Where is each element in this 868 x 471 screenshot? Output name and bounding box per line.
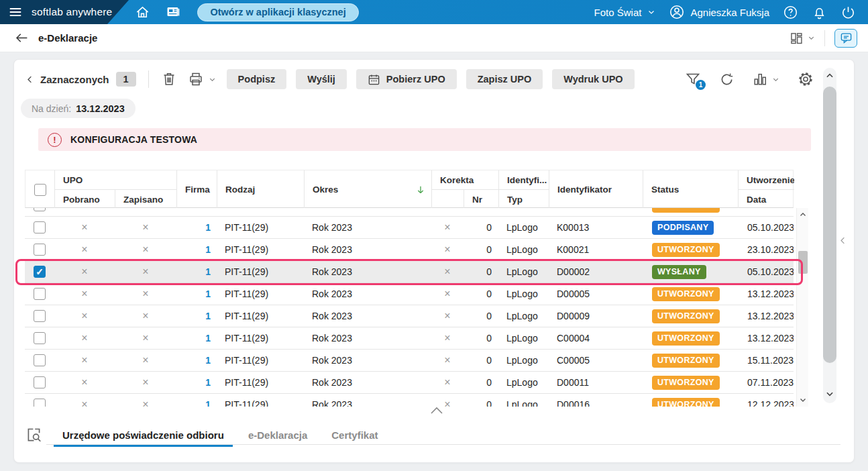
sort-descending-icon <box>415 185 426 195</box>
row-checkbox[interactable] <box>34 310 46 322</box>
firma-value[interactable]: 1 <box>176 311 217 321</box>
column-nr[interactable]: Nr <box>464 189 499 209</box>
column-status[interactable]: Status <box>643 170 739 209</box>
collapse-selection-chevron[interactable] <box>25 74 35 85</box>
firma-value[interactable]: 1 <box>176 222 217 233</box>
column-pobrano[interactable]: Pobrano <box>55 189 115 209</box>
firma-value[interactable]: 1 <box>176 266 217 277</box>
tab-certyfikat[interactable]: Certyfikat <box>323 423 386 447</box>
tab-e-deklaracja[interactable]: e-Deklaracja <box>239 423 316 447</box>
notifications-bell-icon[interactable] <box>812 5 827 20</box>
column-identyfi[interactable]: Identyfi... <box>499 170 549 189</box>
tab-urzedowe-poswiadczenie[interactable]: Urzędowe poświadczenie odbioru <box>54 423 233 447</box>
home-icon[interactable] <box>135 5 150 20</box>
help-icon[interactable] <box>783 5 798 20</box>
typ-value: LpLogo <box>498 377 549 388</box>
column-zapisano[interactable]: Zapisano <box>115 189 177 209</box>
typ-value: LpLogo <box>498 222 549 233</box>
page-scrollbar-thumb[interactable] <box>823 87 836 363</box>
column-korekta[interactable]: Korekta <box>432 170 499 189</box>
column-utworzenie[interactable]: Utworzenie <box>739 170 794 189</box>
korekta-nr-value: 0 <box>464 311 498 321</box>
filter-icon[interactable]: 1 <box>685 71 701 87</box>
selected-label: Zaznaczonych <box>40 74 109 85</box>
document-search-icon[interactable] <box>25 426 43 444</box>
wyslij-button[interactable]: Wyślij <box>296 69 347 89</box>
firma-value[interactable]: 1 <box>176 355 217 366</box>
scroll-up-icon[interactable] <box>797 209 809 220</box>
table-row[interactable]: × × 1 PIT-11(29) Rok 2023 × 0 LpLogo D00… <box>25 372 794 394</box>
table-row[interactable]: × × 1 PIT-11(29) Rok 2023 × 0 LpLogo D00… <box>25 261 794 283</box>
table-row[interactable]: × × 1 PIT-11(29) Rok 2023 × 0 LpLogo C00… <box>25 350 794 372</box>
typ-value: LpLogo <box>498 311 549 321</box>
table-row[interactable]: × × 1 PIT-11(29) Rok 2023 × 0 LpLogo D00… <box>25 394 794 407</box>
firma-value[interactable]: 1 <box>176 333 217 344</box>
table-scrollbar-thumb[interactable] <box>798 251 808 274</box>
power-icon[interactable] <box>840 5 856 20</box>
zapisz-upo-button[interactable]: Zapisz UPO <box>466 69 543 89</box>
column-rodzaj[interactable]: Rodzaj <box>217 170 305 209</box>
row-checkbox[interactable] <box>34 354 46 366</box>
table-row[interactable]: UTWORZONY <box>25 208 794 217</box>
select-all-checkbox[interactable] <box>34 184 46 196</box>
row-checkbox[interactable] <box>34 266 46 278</box>
scroll-up-icon[interactable] <box>823 70 836 81</box>
toolbar: Zaznaczonych 1 Podpisz Wyślij Pobierz UP… <box>25 68 823 91</box>
row-checkbox[interactable] <box>34 399 46 407</box>
korekta-mark: × <box>431 221 464 233</box>
data-utworzenia-value: 13.12.2023 <box>738 289 794 299</box>
firma-value[interactable]: 1 <box>176 399 217 407</box>
back-arrow-icon[interactable] <box>15 31 29 45</box>
row-checkbox[interactable] <box>34 332 46 344</box>
row-checkbox[interactable] <box>34 221 46 233</box>
column-data[interactable]: Data <box>739 189 794 209</box>
collapse-panel-chevron[interactable] <box>429 405 445 415</box>
scroll-down-icon[interactable] <box>823 388 836 399</box>
korekta-mark: × <box>431 354 464 366</box>
row-checkbox[interactable] <box>34 208 46 211</box>
open-classic-app-button[interactable]: Otwórz w aplikacji klasycznej <box>197 3 358 21</box>
chart-dropdown[interactable] <box>753 72 779 87</box>
table-row[interactable]: × × 1 PIT-11(29) Rok 2023 × 0 LpLogo K00… <box>25 239 794 261</box>
column-upo[interactable]: UPO <box>55 170 177 189</box>
column-typ[interactable]: Typ <box>499 189 549 209</box>
firma-value[interactable]: 1 <box>176 289 217 299</box>
hamburger-menu-icon[interactable] <box>8 5 23 19</box>
company-selector[interactable]: Foto Świat <box>594 7 656 18</box>
table-row[interactable]: × × 1 PIT-11(29) Rok 2023 × 0 LpLogo D00… <box>25 283 794 305</box>
side-panel-toggle-icon[interactable] <box>838 235 848 246</box>
bar-chart-icon <box>753 72 767 87</box>
page-scrollbar[interactable] <box>823 68 836 403</box>
user-menu[interactable]: Agnieszka Fuksja <box>669 4 769 20</box>
column-identyfikator[interactable]: Identyfikator <box>549 170 643 209</box>
as-of-date-filter[interactable]: Na dzień: 13.12.2023 <box>21 99 135 118</box>
table-scrollbar[interactable] <box>796 208 808 407</box>
row-checkbox[interactable] <box>34 376 46 388</box>
news-icon[interactable] <box>165 4 181 20</box>
settings-gear-icon[interactable] <box>798 71 814 87</box>
refresh-icon[interactable] <box>719 72 735 87</box>
firma-value[interactable]: 1 <box>176 377 217 388</box>
pobierz-upo-button[interactable]: Pobierz UPO <box>356 69 457 89</box>
column-okres[interactable]: Okres <box>305 170 432 209</box>
data-utworzenia-value: 07.11.2023 <box>738 377 794 388</box>
table-row[interactable]: × × 1 PIT-11(29) Rok 2023 × 0 LpLogo D00… <box>25 305 794 327</box>
okres-value: Rok 2023 <box>304 311 431 321</box>
delete-trash-icon[interactable] <box>161 71 177 87</box>
chat-button[interactable] <box>834 29 857 48</box>
column-firma[interactable]: Firma <box>177 170 217 209</box>
print-dropdown[interactable] <box>188 71 216 87</box>
podpisz-button[interactable]: Podpisz <box>227 69 287 89</box>
status-badge: UTWORZONY <box>652 398 720 407</box>
wydruk-upo-button[interactable]: Wydruk UPO <box>552 69 634 89</box>
table-row[interactable]: × × 1 PIT-11(29) Rok 2023 × 0 LpLogo K00… <box>25 217 794 239</box>
firma-value[interactable]: 1 <box>176 244 217 255</box>
table-row[interactable]: × × 1 PIT-11(29) Rok 2023 × 0 LpLogo C00… <box>25 327 794 350</box>
status-badge: UTWORZONY <box>652 376 720 390</box>
scroll-down-icon[interactable] <box>797 395 809 405</box>
upo-zapisano-mark: × <box>115 354 176 366</box>
layout-switcher[interactable] <box>790 32 815 45</box>
row-checkbox[interactable] <box>34 244 46 256</box>
calendar-icon <box>368 73 380 86</box>
row-checkbox[interactable] <box>34 288 46 300</box>
